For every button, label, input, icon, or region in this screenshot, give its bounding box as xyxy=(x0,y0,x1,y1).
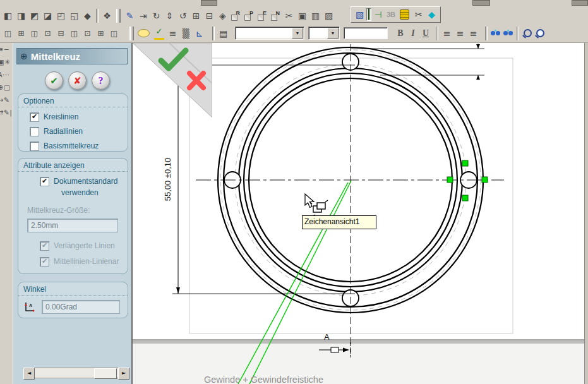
size-input[interactable] xyxy=(27,219,118,232)
search-next-binoculars-icon[interactable] xyxy=(502,27,515,40)
centerline-icon-9[interactable]: ◫ xyxy=(107,27,121,40)
checkbox-basismittelkreuz[interactable]: Basismittelkreuz xyxy=(30,141,128,151)
model-view-button[interactable] xyxy=(366,8,371,21)
pencil-tool-icon[interactable]: ✎ xyxy=(4,96,9,104)
named-view-icon[interactable]: N xyxy=(269,9,282,23)
rotate-view-icon[interactable]: ↻ xyxy=(150,9,163,23)
projected-view-tool-icon[interactable]: ⊣ xyxy=(371,8,385,21)
section-view-icon[interactable]: E xyxy=(256,9,269,23)
projected-view-icon[interactable]: P xyxy=(243,9,256,23)
multi-view-icon[interactable]: ⊟ xyxy=(203,9,216,23)
view-top-icon[interactable]: ◰ xyxy=(54,9,68,23)
view-palette-icon[interactable]: ▧ xyxy=(353,8,366,21)
font-height-input[interactable] xyxy=(344,27,388,39)
rotate-sketch-icon[interactable]: ↺ xyxy=(176,9,189,23)
note-icon[interactable]: ▤ xyxy=(217,27,230,40)
grip-icon[interactable]: ≡ xyxy=(0,45,3,54)
broken-view-icon[interactable]: ▥ xyxy=(309,9,322,23)
spline-tool-icon[interactable]: ✎ xyxy=(4,109,9,117)
checkbox-box[interactable]: ✔ xyxy=(30,112,39,122)
centerlines[interactable] xyxy=(196,44,504,356)
update-view-icon[interactable]: ◆ xyxy=(425,8,438,21)
rectangle-tool-icon[interactable]: ▣ xyxy=(0,58,4,66)
polygon-tool-icon[interactable]: ▢ xyxy=(4,83,10,92)
view-back-icon[interactable]: ◨ xyxy=(15,9,28,23)
view-front-icon[interactable]: ◧ xyxy=(1,9,15,23)
toolbar-grip[interactable] xyxy=(116,9,121,23)
scrollbar-thumb[interactable] xyxy=(94,368,117,379)
angle-input[interactable] xyxy=(42,300,120,314)
underline-button[interactable]: U xyxy=(419,27,432,40)
crop-tool-icon[interactable]: ✂ xyxy=(412,8,425,21)
ok-button[interactable]: ✔ xyxy=(45,71,63,90)
view-normal-to-icon[interactable]: ❖ xyxy=(100,9,114,23)
centerline-icon-3[interactable]: ◫ xyxy=(28,27,41,40)
centerline-icon-2[interactable]: ⊞ xyxy=(15,27,28,40)
area-hatch-icon[interactable]: ▒ xyxy=(179,27,193,40)
checkbox-dokumentstandard[interactable]: ✔ Dokumentstandard verwenden xyxy=(40,177,128,197)
datum-feature-icon[interactable]: ⊾ xyxy=(193,27,206,40)
checkbox-box[interactable] xyxy=(30,127,39,136)
text-tool-icon[interactable]: A xyxy=(0,71,3,79)
toolbar-grip[interactable] xyxy=(129,27,134,40)
chevron-down-icon[interactable]: ▼ xyxy=(327,28,339,39)
view-isometric-icon[interactable]: ◆ xyxy=(81,9,94,23)
relative-view-icon[interactable]: R xyxy=(229,9,243,23)
view-layout-icon[interactable]: ⊞ xyxy=(189,9,203,23)
sketch-icon[interactable]: ✎ xyxy=(123,9,136,23)
align-left-icon[interactable]: ≡ xyxy=(440,27,453,40)
checkbox-box[interactable] xyxy=(30,141,39,151)
bold-button[interactable]: B xyxy=(394,27,407,40)
centerline-icon-4[interactable]: ⊡ xyxy=(41,27,54,40)
font-size-select[interactable]: ▼ xyxy=(308,27,340,40)
italic-button[interactable]: I xyxy=(407,27,419,40)
point-tool-icon[interactable]: ✳ xyxy=(4,58,10,66)
model-items-icon[interactable] xyxy=(400,9,409,20)
detail-view-icon[interactable]: ◈ xyxy=(216,9,229,23)
zoom-in-out-icon[interactable] xyxy=(534,27,546,40)
align-dimension-icon[interactable]: ⇥ xyxy=(136,9,150,23)
centerline-icon-6[interactable]: ◫ xyxy=(68,27,81,40)
balloon-icon[interactable] xyxy=(138,29,150,37)
more-tools-icon[interactable]: ⋯ xyxy=(3,71,9,79)
centerline-icon-5[interactable]: ⊟ xyxy=(54,27,68,40)
centerline-icon-8[interactable]: ⊞ xyxy=(94,27,107,40)
scroll-right-button[interactable]: ► xyxy=(118,368,129,380)
view-left-icon[interactable]: ◩ xyxy=(28,9,41,23)
panel-horizontal-scrollbar[interactable]: ◄ ► xyxy=(23,368,129,378)
checkbox-mittellinien[interactable]: ✔ Mittellinien-Linienar xyxy=(40,257,128,267)
scroll-left-button[interactable]: ◄ xyxy=(23,368,35,380)
chevron-down-icon[interactable]: ▼ xyxy=(292,28,303,39)
circle-tool-icon[interactable]: ⊕ xyxy=(0,83,3,92)
swap-tool-icon[interactable]: ⇄ xyxy=(0,109,3,117)
arrow-tool-icon[interactable]: → xyxy=(0,96,3,104)
weld-symbol-icon[interactable]: ≡ xyxy=(166,27,179,40)
scrollbar-track[interactable] xyxy=(35,368,118,378)
standard-3view-icon[interactable]: ▣ xyxy=(296,9,309,23)
align-right-icon[interactable]: ≡ xyxy=(467,27,480,40)
checkbox-box[interactable]: ✔ xyxy=(40,177,49,186)
align-center-icon[interactable]: ≡ xyxy=(453,27,467,40)
drawing-graphics-area[interactable]: 55,00 ±0,10 xyxy=(133,43,588,384)
centerline-icon-1[interactable]: ◫ xyxy=(1,27,15,40)
cancel-button[interactable]: ✘ xyxy=(68,71,87,90)
line-tool-icon[interactable]: − xyxy=(4,45,9,54)
view-bottom-icon[interactable]: ◱ xyxy=(68,9,81,23)
zoom-to-area-icon[interactable] xyxy=(521,27,534,40)
3d-drawing-view-icon[interactable]: 3B xyxy=(385,11,397,18)
checkbox-verlaengerte-linien[interactable]: ✔ Verlängerte Linien xyxy=(40,241,128,251)
crop-view-icon[interactable]: ✂ xyxy=(282,9,296,23)
resize-view-icon[interactable]: ⇕ xyxy=(163,9,176,23)
view-right-icon[interactable]: ◪ xyxy=(41,9,54,23)
help-button[interactable]: ? xyxy=(92,71,110,90)
checkbox-box[interactable]: ✔ xyxy=(40,241,49,251)
centerline-icon-7[interactable]: ⊡ xyxy=(81,27,94,40)
checkbox-kreislinien[interactable]: ✔ Kreislinien xyxy=(30,112,128,122)
surface-finish-icon[interactable]: ✓ xyxy=(154,27,164,40)
checkbox-radiallinien[interactable]: Radiallinien xyxy=(30,127,128,136)
annotation-gewinde[interactable]: Gewinde + Gewindefreistiche xyxy=(204,375,323,384)
hatch-view-icon[interactable]: ▨ xyxy=(322,9,335,23)
checkbox-box[interactable]: ✔ xyxy=(40,257,49,267)
font-family-select[interactable]: ▼ xyxy=(235,27,304,40)
search-binoculars-icon[interactable] xyxy=(489,27,502,40)
